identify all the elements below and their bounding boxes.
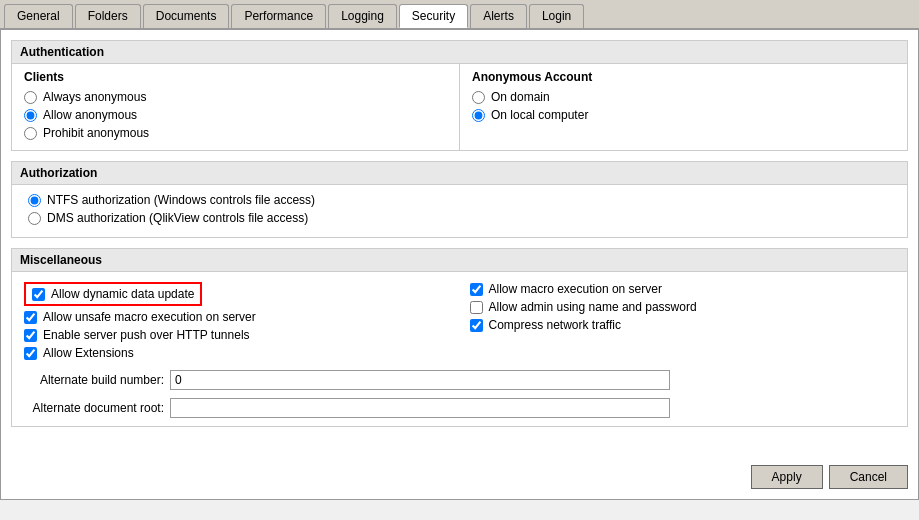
- alternate-doc-root-input[interactable]: [170, 398, 670, 418]
- always-anonymous-label: Always anonymous: [43, 90, 146, 104]
- enable-server-push-checkbox[interactable]: [24, 329, 37, 342]
- on-domain-radio[interactable]: [472, 91, 485, 104]
- allow-admin-label: Allow admin using name and password: [489, 300, 697, 314]
- highlight-box: Allow dynamic data update: [24, 282, 202, 306]
- anonymous-account-panel: Anonymous Account On domain On local com…: [460, 64, 907, 150]
- authorization-section: Authorization NTFS authorization (Window…: [11, 161, 908, 238]
- authorization-body: NTFS authorization (Windows controls fil…: [12, 185, 907, 237]
- tab-login[interactable]: Login: [529, 4, 584, 28]
- enable-server-push-label: Enable server push over HTTP tunnels: [43, 328, 250, 342]
- cancel-button[interactable]: Cancel: [829, 465, 908, 489]
- misc-item-allow-extensions: Allow Extensions: [24, 344, 450, 362]
- misc-item-compress-traffic: Compress network traffic: [470, 316, 896, 334]
- allow-extensions-checkbox[interactable]: [24, 347, 37, 360]
- alternate-build-label: Alternate build number:: [24, 373, 164, 387]
- allow-macro-checkbox[interactable]: [470, 283, 483, 296]
- radio-on-domain: On domain: [472, 90, 895, 104]
- clients-header: Clients: [24, 70, 447, 84]
- allow-macro-label: Allow macro execution on server: [489, 282, 662, 296]
- authentication-body: Clients Always anonymous Allow anonymous…: [12, 64, 907, 150]
- tab-general[interactable]: General: [4, 4, 73, 28]
- radio-ntfs: NTFS authorization (Windows controls fil…: [28, 193, 891, 207]
- anonymous-account-header: Anonymous Account: [472, 70, 895, 84]
- misc-item-allow-admin: Allow admin using name and password: [470, 298, 896, 316]
- alternate-doc-root-label: Alternate document root:: [24, 401, 164, 415]
- allow-unsafe-checkbox[interactable]: [24, 311, 37, 324]
- allow-anonymous-radio[interactable]: [24, 109, 37, 122]
- bottom-bar: Apply Cancel: [751, 465, 908, 489]
- misc-item-allow-unsafe: Allow unsafe macro execution on server: [24, 308, 450, 326]
- authentication-header: Authentication: [12, 41, 907, 64]
- allow-extensions-label: Allow Extensions: [43, 346, 134, 360]
- prohibit-anonymous-radio[interactable]: [24, 127, 37, 140]
- radio-on-local: On local computer: [472, 108, 895, 122]
- misc-item-enable-server-push: Enable server push over HTTP tunnels: [24, 326, 450, 344]
- miscellaneous-body: Allow dynamic data update Allow unsafe m…: [12, 272, 907, 426]
- ntfs-label: NTFS authorization (Windows controls fil…: [47, 193, 315, 207]
- allow-unsafe-label: Allow unsafe macro execution on server: [43, 310, 256, 324]
- on-local-radio[interactable]: [472, 109, 485, 122]
- alternate-doc-root-row: Alternate document root:: [24, 398, 895, 418]
- tab-logging[interactable]: Logging: [328, 4, 397, 28]
- prohibit-anonymous-label: Prohibit anonymous: [43, 126, 149, 140]
- misc-right: Allow macro execution on server Allow ad…: [470, 280, 896, 362]
- allow-anonymous-label: Allow anonymous: [43, 108, 137, 122]
- dms-radio[interactable]: [28, 212, 41, 225]
- miscellaneous-header: Miscellaneous: [12, 249, 907, 272]
- dms-label: DMS authorization (QlikView controls fil…: [47, 211, 308, 225]
- misc-left: Allow dynamic data update Allow unsafe m…: [24, 280, 450, 362]
- authentication-section: Authentication Clients Always anonymous …: [11, 40, 908, 151]
- tab-performance[interactable]: Performance: [231, 4, 326, 28]
- ntfs-radio[interactable]: [28, 194, 41, 207]
- compress-traffic-checkbox[interactable]: [470, 319, 483, 332]
- allow-dynamic-label: Allow dynamic data update: [51, 287, 194, 301]
- on-domain-label: On domain: [491, 90, 550, 104]
- apply-button[interactable]: Apply: [751, 465, 823, 489]
- radio-always-anonymous: Always anonymous: [24, 90, 447, 104]
- tab-folders[interactable]: Folders: [75, 4, 141, 28]
- radio-prohibit-anonymous: Prohibit anonymous: [24, 126, 447, 140]
- tab-security[interactable]: Security: [399, 4, 468, 28]
- tab-documents[interactable]: Documents: [143, 4, 230, 28]
- always-anonymous-radio[interactable]: [24, 91, 37, 104]
- alternate-build-input[interactable]: [170, 370, 670, 390]
- miscellaneous-section: Miscellaneous Allow dynamic data update …: [11, 248, 908, 427]
- clients-panel: Clients Always anonymous Allow anonymous…: [12, 64, 460, 150]
- tab-alerts[interactable]: Alerts: [470, 4, 527, 28]
- misc-grid: Allow dynamic data update Allow unsafe m…: [24, 280, 895, 362]
- misc-item-allow-dynamic: Allow dynamic data update: [24, 280, 450, 308]
- allow-admin-checkbox[interactable]: [470, 301, 483, 314]
- tab-bar: General Folders Documents Performance Lo…: [0, 0, 919, 30]
- allow-dynamic-checkbox[interactable]: [32, 288, 45, 301]
- alternate-build-row: Alternate build number:: [24, 370, 895, 390]
- radio-allow-anonymous: Allow anonymous: [24, 108, 447, 122]
- misc-item-allow-macro: Allow macro execution on server: [470, 280, 896, 298]
- authorization-header: Authorization: [12, 162, 907, 185]
- compress-traffic-label: Compress network traffic: [489, 318, 622, 332]
- main-content: Authentication Clients Always anonymous …: [0, 30, 919, 500]
- radio-dms: DMS authorization (QlikView controls fil…: [28, 211, 891, 225]
- on-local-label: On local computer: [491, 108, 588, 122]
